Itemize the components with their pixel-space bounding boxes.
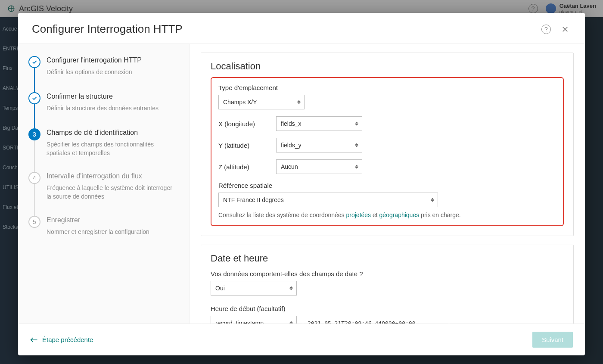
chevron-updown-icon (289, 321, 293, 324)
step-5[interactable]: 5 Enregistrer Nommer et enregistrer la c… (28, 216, 177, 251)
y-field-select[interactable]: fields_y (276, 138, 362, 152)
x-label: X (longitude) (218, 120, 268, 128)
date-time-panel: Date et heure Vos données comportent-ell… (201, 245, 574, 324)
step-number-icon: 4 (28, 172, 40, 184)
localisation-panel: Localisation Type d'emplacement Champs X… (201, 53, 574, 236)
step-3[interactable]: 3 Champs de clé d'identification Spécifi… (28, 128, 177, 172)
spatial-ref-hint: Consultez la liste des système de coordo… (218, 212, 556, 218)
check-icon (28, 92, 40, 104)
location-type-label: Type d'emplacement (218, 84, 556, 91)
step-number-icon: 3 (28, 128, 40, 140)
step-1[interactable]: Configurer l'interrogation HTTP Définir … (28, 56, 177, 92)
chevron-updown-icon (355, 143, 358, 147)
start-field-select[interactable]: record_timestamp (211, 316, 297, 324)
z-label: Z (altitude) (218, 163, 268, 171)
wizard-steps: Configurer l'interrogation HTTP Définir … (18, 44, 190, 324)
y-label: Y (latitude) (218, 142, 268, 149)
start-sample-input[interactable]: 2021-05-21T20:09:46.449000+00:00 (303, 316, 449, 324)
next-button[interactable]: Suivant (532, 332, 573, 348)
has-date-select[interactable]: Oui (211, 281, 297, 296)
geographic-link[interactable]: géographiques (379, 212, 420, 218)
modal-help-button[interactable]: ? (540, 23, 552, 35)
location-type-select[interactable]: Champs X/Y (218, 95, 305, 109)
z-field-select[interactable]: Aucun (276, 159, 362, 174)
check-icon (28, 56, 40, 68)
modal-close-button[interactable] (559, 23, 571, 35)
chevron-updown-icon (297, 100, 301, 104)
chevron-updown-icon (289, 286, 293, 290)
projected-link[interactable]: projetées (346, 212, 371, 218)
step-number-icon: 5 (28, 216, 40, 228)
has-date-label: Vos données comportent-elles des champs … (211, 270, 564, 277)
chevron-updown-icon (355, 165, 358, 169)
panel-title: Date et heure (211, 253, 564, 264)
chevron-updown-icon (355, 122, 358, 126)
spatial-ref-label: Référence spatiale (218, 182, 556, 189)
previous-button[interactable]: Étape précédente (30, 336, 93, 343)
step-2[interactable]: Confirmer la structure Définir la struct… (28, 92, 177, 128)
spatial-ref-select[interactable]: NTF France II degrees (218, 193, 438, 207)
step-4[interactable]: 4 Intervalle d'interrogation du flux Fré… (28, 172, 177, 215)
wizard-content: Localisation Type d'emplacement Champs X… (190, 44, 585, 324)
panel-title: Localisation (211, 61, 564, 72)
start-time-label: Heure de début (facultatif) (211, 305, 564, 312)
modal-title: Configurer Interrogation HTTP (32, 22, 533, 36)
x-field-select[interactable]: fields_x (276, 116, 362, 131)
chevron-updown-icon (431, 198, 434, 202)
highlighted-section: Type d'emplacement Champs X/Y X (longitu… (211, 77, 564, 226)
config-modal: Configurer Interrogation HTTP ? Configur… (18, 13, 585, 355)
